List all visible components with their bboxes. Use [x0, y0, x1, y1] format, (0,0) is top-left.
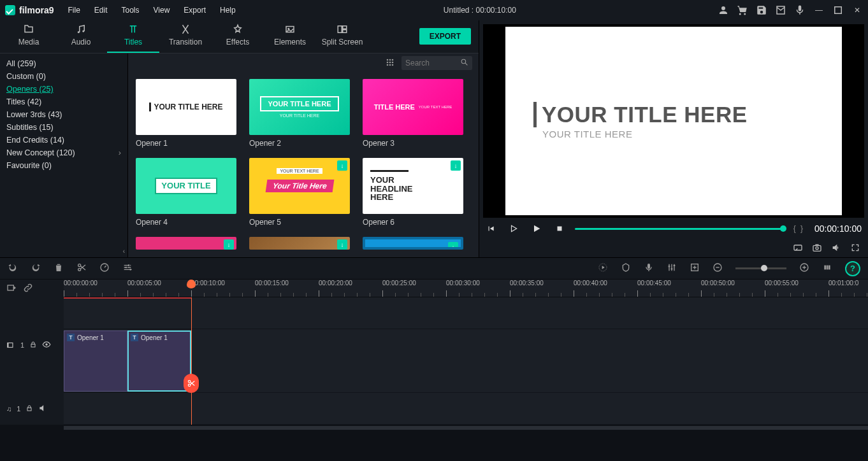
player-progress[interactable] [575, 228, 783, 230]
stop-button[interactable] [554, 223, 565, 234]
thumb-opener-5[interactable]: ↓YOUR TEXT HEREYour Title Here [249, 158, 350, 214]
voiceover-icon[interactable] [644, 262, 654, 274]
search-input[interactable] [405, 59, 456, 67]
thumb-opener-6[interactable]: ↓YOURHEADLINEHERE [363, 158, 463, 214]
link-icon[interactable] [23, 283, 33, 295]
zoom-in-icon[interactable] [799, 262, 809, 274]
play-preview-button[interactable] [509, 223, 519, 234]
lock-icon[interactable] [29, 341, 37, 350]
thumb-partial[interactable]: ↓ [249, 237, 350, 250]
thumb-opener-3[interactable]: TITLE HEREYOUR TEXT HERE [363, 79, 463, 135]
download-icon[interactable]: ↓ [224, 239, 234, 250]
split-button[interactable] [184, 374, 199, 393]
playhead[interactable] [191, 297, 192, 425]
download-icon[interactable]: ↓ [448, 242, 458, 250]
tab-titles[interactable]: Titles [107, 20, 159, 53]
add-media-icon[interactable] [6, 283, 17, 295]
maximize-icon[interactable] [832, 4, 844, 16]
progress-knob[interactable] [780, 225, 786, 232]
thumb-partial[interactable]: ↓ [363, 237, 463, 250]
tab-media[interactable]: Media [3, 20, 55, 53]
thumb-opener-4[interactable]: YOUR TITLE [136, 158, 236, 214]
download-icon[interactable]: ↓ [337, 160, 347, 171]
minimize-icon[interactable]: — [813, 4, 825, 16]
sidebar-item[interactable]: Lower 3rds (43) [6, 108, 121, 121]
sidebar-item[interactable]: New Concept (120)› [6, 146, 121, 159]
search-icon[interactable] [460, 58, 468, 68]
menu-view[interactable]: View [147, 3, 177, 17]
tab-split-screen[interactable]: Split Screen [316, 20, 368, 53]
zoom-knob[interactable] [761, 265, 767, 271]
thumb-opener-2[interactable]: YOUR TITLE HEREYOUR TITLE HERE [249, 79, 350, 135]
delete-button[interactable] [54, 262, 64, 274]
export-button[interactable]: EXPORT [419, 28, 471, 45]
download-icon[interactable]: ↓ [451, 160, 461, 171]
undo-button[interactable] [8, 262, 18, 274]
close-icon[interactable]: ✕ [851, 4, 863, 16]
timeline-clip[interactable]: TOpener 1 [127, 330, 191, 392]
cut-button[interactable] [76, 262, 87, 274]
sidebar-item[interactable]: Titles (42) [6, 96, 121, 108]
sidebar-item[interactable]: Openers (25) [6, 83, 121, 96]
title-card-opener-5[interactable]: ↓YOUR TEXT HEREYour Title Here Opener 5 [249, 158, 350, 233]
marker-icon[interactable] [621, 262, 631, 274]
title-card-opener-6[interactable]: ↓YOURHEADLINEHERE Opener 6 [363, 158, 463, 233]
menu-export[interactable]: Export [177, 3, 212, 17]
mail-icon[interactable] [775, 4, 786, 16]
play-button[interactable] [532, 223, 542, 234]
volume-icon[interactable] [831, 243, 841, 255]
menu-help[interactable]: Help [213, 3, 242, 17]
add-track-icon[interactable] [690, 262, 700, 274]
menu-tools[interactable]: Tools [115, 3, 146, 17]
redo-button[interactable] [31, 262, 41, 274]
tab-transition[interactable]: Transition [159, 20, 212, 53]
eye-icon[interactable] [42, 340, 51, 350]
playhead-handle[interactable] [187, 280, 196, 288]
zoom-slider[interactable] [735, 267, 786, 269]
speed-button[interactable] [99, 262, 110, 274]
sidebar-item[interactable]: All (259) [6, 57, 121, 70]
grid-view-icon[interactable] [385, 57, 395, 69]
lock-icon[interactable] [25, 404, 33, 413]
tab-effects[interactable]: Effects [212, 20, 264, 53]
sidebar-item[interactable]: Favourite (0) [6, 159, 121, 172]
sidebar-item[interactable]: End Credits (14) [6, 134, 121, 146]
zoom-fit-icon[interactable] [822, 262, 832, 274]
sidebar-item[interactable]: Subtitles (15) [6, 121, 121, 134]
title-card-opener-2[interactable]: YOUR TITLE HEREYOUR TITLE HERE Opener 2 [249, 79, 350, 154]
account-icon[interactable] [718, 4, 729, 16]
timeline-scrollbar[interactable] [0, 425, 868, 431]
title-card-opener-3[interactable]: TITLE HEREYOUR TEXT HERE Opener 3 [363, 79, 463, 154]
download-icon[interactable]: ↓ [337, 239, 347, 250]
snapshot-icon[interactable] [812, 243, 822, 255]
menu-edit[interactable]: Edit [88, 3, 114, 17]
timeline-clip[interactable]: TOpener 1 [64, 330, 127, 392]
prev-frame-button[interactable] [486, 223, 496, 234]
help-button[interactable]: ? [845, 261, 860, 276]
title-card-opener-4[interactable]: YOUR TITLE Opener 4 [136, 158, 236, 233]
sidebar-item[interactable]: Custom (0) [6, 70, 121, 83]
fullscreen-icon[interactable] [850, 243, 860, 255]
sidebar-collapse-icon[interactable]: ‹ [123, 248, 125, 255]
cart-icon[interactable] [737, 4, 748, 16]
video-track-header[interactable]: 1 [0, 329, 64, 361]
title-card-opener-1[interactable]: YOUR TITLE HERE Opener 1 [136, 79, 236, 154]
thumb-partial[interactable]: ↓ [136, 237, 236, 250]
overlay-track[interactable] [64, 297, 868, 329]
save-icon[interactable] [756, 4, 767, 16]
audio-track[interactable] [64, 393, 868, 425]
quality-icon[interactable] [793, 243, 803, 255]
audio-mixer-icon[interactable] [667, 262, 677, 274]
menu-file[interactable]: File [61, 3, 86, 17]
mute-icon[interactable] [38, 404, 47, 414]
adjust-button[interactable] [122, 262, 133, 274]
tab-elements[interactable]: Elements [264, 20, 316, 53]
audio-track-header[interactable]: ♫ 1 [0, 393, 64, 425]
mic-icon[interactable] [794, 4, 806, 16]
thumb-opener-1[interactable]: YOUR TITLE HERE [136, 79, 236, 135]
zoom-out-icon[interactable] [712, 262, 723, 274]
render-preview-icon[interactable] [598, 262, 608, 274]
tab-audio[interactable]: Audio [55, 20, 107, 53]
mark-in-out[interactable]: { } [793, 224, 804, 233]
search-box[interactable] [401, 56, 472, 70]
